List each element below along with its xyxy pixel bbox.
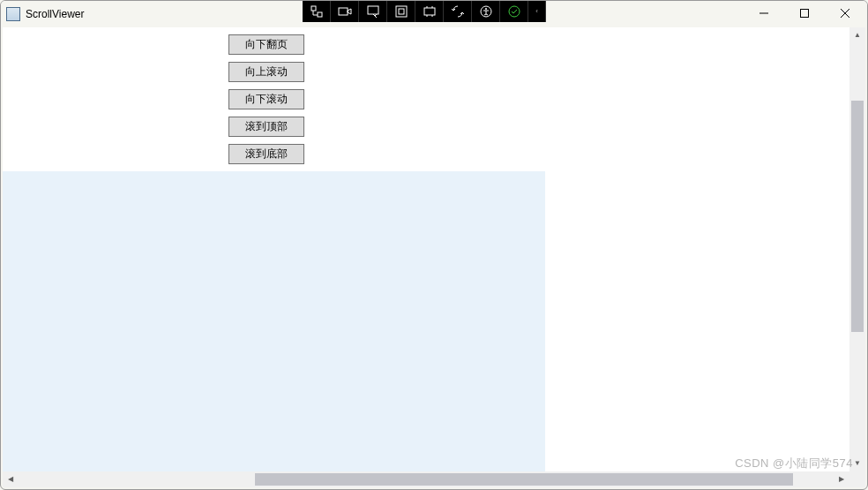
vertical-scrollbar[interactable]: ▲ ▼ (849, 27, 865, 471)
accessibility-icon[interactable] (472, 1, 500, 22)
scroll-up-button[interactable]: 向上滚动 (228, 62, 304, 82)
chevron-left-icon[interactable]: ‹ (528, 1, 546, 22)
page-down-button[interactable]: 向下翻页 (228, 34, 304, 55)
svg-point-9 (509, 6, 520, 17)
button-stack: 向下翻页 向上滚动 向下滚动 滚到顶部 滚到底部 (228, 34, 304, 164)
window-controls (744, 1, 865, 26)
horizontal-scrollbar[interactable]: ◀ ▶ (3, 471, 849, 487)
scroll-up-arrow[interactable]: ▲ (849, 27, 865, 43)
camera-icon[interactable] (331, 1, 359, 22)
svg-rect-1 (318, 12, 322, 17)
check-icon[interactable] (500, 1, 528, 22)
hot-reload-icon[interactable] (444, 1, 472, 22)
horizontal-scroll-thumb[interactable] (255, 473, 793, 486)
layout-cycle-icon[interactable] (415, 1, 444, 22)
scroll-right-arrow[interactable]: ▶ (834, 471, 849, 487)
svg-rect-3 (368, 6, 378, 14)
scroll-top-button[interactable]: 滚到顶部 (228, 117, 304, 137)
scroll-down-arrow[interactable]: ▼ (849, 456, 865, 471)
scroll-corner (849, 471, 865, 487)
live-tree-icon[interactable] (303, 1, 331, 22)
svg-rect-6 (424, 8, 435, 15)
content-panel (3, 171, 545, 471)
scroll-down-button[interactable]: 向下滚动 (228, 89, 304, 109)
highlight-icon[interactable] (387, 1, 415, 22)
minimize-button[interactable] (744, 1, 784, 26)
scroll-bottom-button[interactable]: 滚到底部 (228, 144, 304, 164)
scroll-viewport: 向下翻页 向上滚动 向下滚动 滚到顶部 滚到底部 (3, 27, 849, 471)
svg-rect-0 (311, 6, 316, 11)
maximize-button[interactable] (784, 1, 825, 26)
svg-rect-2 (339, 8, 348, 15)
vertical-scroll-thumb[interactable] (851, 101, 864, 332)
svg-rect-10 (801, 10, 809, 18)
titlebar: ScrollViewer ‹ (1, 1, 867, 27)
debug-toolbar: ‹ (303, 1, 546, 22)
client-area: 向下翻页 向上滚动 向下滚动 滚到顶部 滚到底部 ▲ ▼ ◀ ▶ CSDN @小… (3, 27, 865, 487)
close-button[interactable] (825, 1, 865, 26)
window-icon (6, 7, 20, 21)
svg-rect-4 (396, 6, 407, 17)
horizontal-scroll-track[interactable] (19, 471, 834, 487)
vertical-scroll-track[interactable] (849, 43, 865, 456)
window-title: ScrollViewer (26, 8, 84, 20)
svg-point-8 (485, 8, 487, 10)
scroll-left-arrow[interactable]: ◀ (3, 471, 19, 487)
select-element-icon[interactable] (359, 1, 387, 22)
svg-rect-5 (399, 9, 404, 14)
